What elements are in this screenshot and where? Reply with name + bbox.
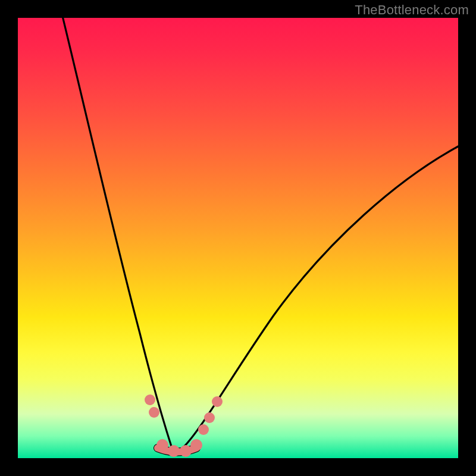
frame-right <box>458 0 476 476</box>
curve-left <box>57 0 171 446</box>
watermark-text: TheBottleneck.com <box>355 2 469 18</box>
bead-left-lower <box>149 407 159 418</box>
bead-floor-4 <box>190 439 202 451</box>
bead-right-lower <box>198 424 209 435</box>
frame-bottom <box>0 458 476 476</box>
frame-left <box>0 0 18 476</box>
curve-right <box>183 146 459 447</box>
bead-floor-3 <box>180 445 192 457</box>
chart-svg <box>18 18 458 458</box>
bead-right-upper <box>212 396 223 407</box>
bead-left-upper <box>145 394 155 405</box>
bead-right-mid <box>204 412 215 423</box>
bead-floor-1 <box>156 439 168 451</box>
bead-floor-2 <box>168 445 180 457</box>
